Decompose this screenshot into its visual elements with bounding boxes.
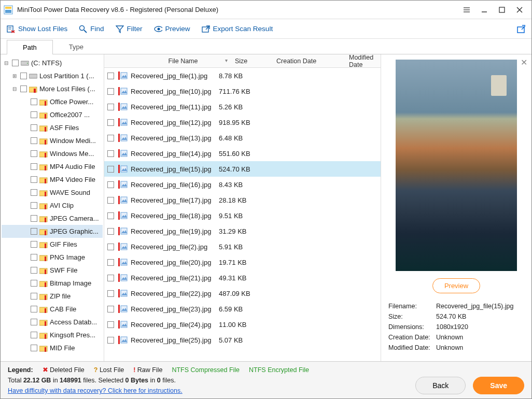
share-button[interactable] — [517, 25, 525, 33]
tree-item[interactable]: Bitmap Image — [2, 277, 103, 290]
file-row[interactable]: Recovered_jpg_file(21).jpg49.31 KB — [104, 270, 381, 286]
checkbox[interactable] — [107, 150, 114, 157]
preview-button[interactable]: Preview — [154, 25, 190, 33]
file-row[interactable]: Recovered_jpg_file(13).jpg6.48 KB — [104, 130, 381, 146]
tree-item[interactable]: Office2007 ... — [2, 108, 103, 121]
file-list-body[interactable]: Recovered_jpg_file(1).jpg8.78 KBRecovere… — [104, 68, 381, 361]
tab-type[interactable]: Type — [53, 39, 100, 54]
expand-icon[interactable]: ⊞ — [11, 73, 18, 80]
export-button[interactable]: Export Scan Result — [202, 25, 273, 33]
show-lost-files-button[interactable]: Show Lost Files — [7, 25, 67, 33]
checkbox[interactable] — [31, 241, 37, 248]
file-row[interactable]: Recovered_jpg_file(11).jpg5.26 KB — [104, 99, 381, 115]
file-row[interactable]: Recovered_jpg_file(15).jpg524.70 KB — [104, 161, 381, 177]
tree-root[interactable]: ⊟ (C: NTFS) — [2, 56, 103, 69]
checkbox[interactable] — [107, 104, 114, 110]
file-row[interactable]: Recovered_jpg_file(16).jpg8.43 KB — [104, 177, 381, 192]
tree-item[interactable]: JPEG Camera... — [2, 212, 103, 225]
checkbox[interactable] — [107, 197, 114, 204]
tree-item[interactable]: MID File — [2, 341, 103, 354]
checkbox[interactable] — [31, 293, 37, 300]
close-preview-icon[interactable]: ✕ — [521, 58, 527, 67]
file-row[interactable]: Recovered_jpg_file(19).jpg31.29 KB — [104, 223, 381, 239]
file-row[interactable]: Recovered_jpg_file(17).jpg28.18 KB — [104, 192, 381, 208]
checkbox[interactable] — [107, 259, 114, 266]
close-icon[interactable] — [511, 3, 528, 17]
checkbox[interactable] — [31, 124, 37, 131]
tree-item[interactable]: Access Datab... — [2, 316, 103, 329]
file-row[interactable]: Recovered_jpg_file(20).jpg19.71 KB — [104, 254, 381, 270]
file-row[interactable]: Recovered_jpg_file(10).jpg711.76 KB — [104, 83, 381, 99]
checkbox[interactable] — [107, 244, 114, 250]
tree-item[interactable]: SWF File — [2, 264, 103, 277]
checkbox[interactable] — [31, 254, 37, 261]
checkbox[interactable] — [31, 332, 37, 338]
filter-button[interactable]: Filter — [116, 25, 143, 33]
checkbox[interactable] — [20, 86, 27, 92]
tree-view[interactable]: ⊟ (C: NTFS) ⊞ Lost Partition 1 (... ⊟ Mo… — [1, 54, 104, 361]
tree-item[interactable]: CAB File — [2, 303, 103, 316]
checkbox[interactable] — [107, 212, 114, 219]
checkbox[interactable] — [31, 189, 37, 196]
checkbox[interactable] — [31, 150, 37, 157]
tree-item[interactable]: Kingsoft Pres... — [2, 329, 103, 341]
collapse-icon[interactable]: ⊟ — [3, 60, 10, 67]
checkbox[interactable] — [31, 163, 37, 170]
file-row[interactable]: Recovered_jpg_file(23).jpg6.59 KB — [104, 301, 381, 317]
file-row[interactable]: Recovered_jpg_file(24).jpg11.00 KB — [104, 317, 381, 332]
checkbox[interactable] — [31, 345, 37, 351]
tree-lost-partition[interactable]: ⊞ Lost Partition 1 (... — [2, 69, 103, 82]
checkbox[interactable] — [31, 137, 37, 144]
tree-item[interactable]: ZIP file — [2, 290, 103, 303]
checkbox[interactable] — [107, 290, 114, 297]
file-row[interactable]: Recovered_jpg_file(25).jpg5.07 KB — [104, 332, 381, 348]
checkbox[interactable] — [31, 267, 37, 274]
save-button[interactable]: Save — [473, 377, 524, 394]
maximize-icon[interactable] — [493, 3, 511, 17]
column-creation-date[interactable]: Creation Date — [276, 58, 349, 65]
column-filename[interactable]: File Name▾ — [131, 58, 235, 65]
file-row[interactable]: Recovered_jpg_file(1).jpg8.78 KB — [104, 68, 381, 83]
tab-path[interactable]: Path — [7, 40, 53, 54]
checkbox[interactable] — [107, 181, 114, 188]
checkbox[interactable] — [31, 306, 37, 312]
tree-more-lost[interactable]: ⊟ More Lost Files (... — [2, 82, 103, 95]
checkbox[interactable] — [107, 166, 114, 173]
column-size[interactable]: Size — [235, 58, 276, 65]
checkbox[interactable] — [31, 111, 37, 118]
find-button[interactable]: Find — [79, 25, 104, 33]
file-row[interactable]: Recovered_jpg_file(22).jpg487.09 KB — [104, 286, 381, 301]
checkbox[interactable] — [107, 337, 114, 344]
checkbox[interactable] — [31, 280, 37, 287]
checkbox[interactable] — [107, 228, 114, 235]
minimize-icon[interactable] — [475, 3, 493, 17]
menu-icon[interactable] — [458, 3, 475, 17]
checkbox[interactable] — [31, 98, 37, 105]
checkbox[interactable] — [20, 73, 27, 79]
checkbox[interactable] — [107, 306, 114, 312]
checkbox[interactable] — [107, 88, 114, 95]
tree-item[interactable]: WAVE Sound — [2, 186, 103, 199]
tree-item[interactable]: AVI Clip — [2, 199, 103, 212]
checkbox[interactable] — [31, 215, 37, 222]
file-row[interactable]: Recovered_jpg_file(18).jpg9.51 KB — [104, 208, 381, 223]
checkbox[interactable] — [107, 135, 114, 141]
checkbox[interactable] — [31, 202, 37, 209]
help-link[interactable]: Have difficulty with data recovery? Clic… — [8, 387, 183, 394]
tree-item[interactable]: Window Medi... — [2, 134, 103, 147]
preview-open-button[interactable]: Preview — [432, 278, 480, 293]
checkbox[interactable] — [12, 60, 19, 66]
checkbox[interactable] — [107, 321, 114, 328]
tree-item[interactable]: PNG Image — [2, 251, 103, 264]
checkbox[interactable] — [31, 176, 37, 183]
file-row[interactable]: Recovered_jpg_file(2).jpg5.91 KB — [104, 239, 381, 254]
checkbox[interactable] — [31, 319, 37, 325]
tree-item[interactable]: ASF Files — [2, 121, 103, 134]
column-modified-date[interactable]: Modified Date — [349, 54, 381, 68]
tree-item[interactable]: MP4 Video File — [2, 173, 103, 186]
tree-item[interactable]: MP4 Audio File — [2, 160, 103, 173]
tree-item[interactable]: GIF Files — [2, 238, 103, 251]
checkbox[interactable] — [107, 119, 114, 126]
checkbox[interactable] — [107, 73, 114, 79]
collapse-icon[interactable]: ⊟ — [11, 86, 18, 93]
